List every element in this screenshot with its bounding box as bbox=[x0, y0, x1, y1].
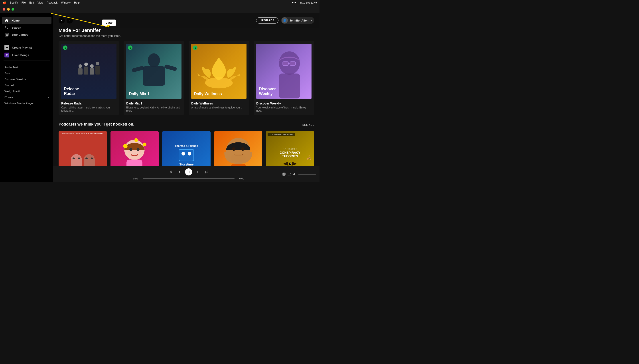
no-holes-artwork: KNEE DEEP IN LIFE & VICTORIA EMES PRESEN… bbox=[58, 131, 107, 166]
close-button[interactable] bbox=[3, 8, 5, 11]
svg-point-18 bbox=[134, 138, 138, 142]
sidebar-item-library[interactable]: Your Library bbox=[2, 31, 52, 38]
playlist-item-itunes[interactable]: iTunes › bbox=[0, 94, 53, 100]
top-bar: ‹ › UPGRADE 👤 Jennifer Allen ▼ bbox=[53, 13, 320, 28]
see-all-podcasts-button[interactable]: SEE ALL bbox=[302, 124, 314, 126]
svg-rect-7 bbox=[283, 62, 288, 66]
svg-point-21 bbox=[241, 147, 244, 151]
podcast-card-no-holes[interactable]: KNEE DEEP IN LIFE & VICTORIA EMES PRESEN… bbox=[58, 131, 107, 166]
svg-point-20 bbox=[232, 147, 236, 151]
svg-point-14 bbox=[139, 150, 141, 153]
menu-item-playback[interactable]: Playback bbox=[47, 1, 58, 4]
daily-mix-figure-svg bbox=[126, 44, 182, 99]
podcast-card-conspiracy[interactable]: ♫ A Spotify Original PARCAST CONSPIRACYT… bbox=[266, 131, 314, 166]
maximize-button[interactable] bbox=[12, 8, 14, 11]
menu-item-window[interactable]: Window bbox=[61, 1, 70, 4]
sidebar-item-home[interactable]: Home bbox=[2, 17, 52, 24]
card-daily-wellness[interactable]: ♫ bbox=[188, 41, 249, 115]
podcast-img-dork bbox=[110, 131, 159, 166]
lotus-icon-svg bbox=[191, 44, 246, 99]
create-playlist-action[interactable]: + Create Playlist bbox=[0, 44, 53, 51]
search-icon bbox=[4, 25, 9, 30]
podcast-card-4[interactable] bbox=[214, 131, 262, 166]
card-release-radar[interactable]: ♫ bbox=[58, 41, 119, 115]
podcast-card-dork[interactable] bbox=[110, 131, 159, 166]
next-button[interactable] bbox=[196, 170, 200, 174]
playlist-item-discover-weekly[interactable]: Discover Weekly bbox=[0, 76, 53, 82]
card-discover-weekly-title: Discover Weekly bbox=[256, 102, 312, 105]
sidebar-item-search[interactable]: Search bbox=[2, 24, 52, 31]
shuffle-button[interactable] bbox=[169, 170, 172, 174]
menu-item-spotify[interactable]: Spotify bbox=[10, 1, 18, 4]
card-release-radar-desc: Catch all the latest music from artists … bbox=[61, 106, 116, 112]
previous-button[interactable] bbox=[177, 170, 180, 174]
menu-item-view[interactable]: View bbox=[38, 1, 43, 4]
podcasts-section-header: Podcasts we think you'll get hooked on. … bbox=[58, 122, 314, 128]
svg-rect-1 bbox=[143, 66, 165, 86]
sidebar: Home Search bbox=[0, 13, 53, 182]
card-release-radar-title: Release Radar bbox=[61, 102, 116, 105]
menu-item-help[interactable]: Help bbox=[74, 1, 80, 4]
progress-bar[interactable] bbox=[143, 178, 234, 179]
current-time: 0:00 bbox=[133, 177, 141, 180]
daily-wellness-text-overlay: Daily Wellness bbox=[194, 92, 222, 96]
svg-point-17 bbox=[143, 143, 146, 146]
queue-button[interactable] bbox=[282, 172, 286, 176]
volume-button[interactable] bbox=[293, 172, 296, 176]
no-holes-header-text: KNEE DEEP IN LIFE & VICTORIA EMES PRESEN… bbox=[60, 132, 106, 134]
menu-item-edit[interactable]: Edit bbox=[29, 1, 34, 4]
card-daily-mix-1[interactable]: ♫ Daily Mix 1 bbox=[124, 41, 184, 115]
liked-songs-icon: ♥ bbox=[4, 52, 9, 58]
back-button[interactable]: ‹ bbox=[58, 17, 65, 24]
card-daily-mix-title: Daily Mix 1 bbox=[126, 102, 182, 105]
repeat-button[interactable] bbox=[204, 170, 208, 174]
minimize-button[interactable] bbox=[7, 8, 10, 11]
conspiracy-title-text: CONSPIRACYTHEORIES bbox=[280, 151, 300, 158]
card-daily-mix-image: ♫ Daily Mix 1 bbox=[126, 44, 182, 99]
svg-rect-2 bbox=[132, 66, 145, 72]
card-discover-weekly[interactable]: DiscoverWeekly Discover Weekly Your week… bbox=[254, 41, 314, 115]
podcast-img-conspiracy: ♫ A Spotify Original PARCAST CONSPIRACYT… bbox=[266, 131, 314, 166]
player-center: 0:00 0:00 bbox=[110, 168, 267, 180]
playlist-item-eno[interactable]: Eno bbox=[0, 70, 53, 76]
card-daily-wellness-image: ♫ bbox=[191, 44, 246, 99]
user-avatar: 👤 bbox=[282, 17, 288, 24]
podcast-card-storytime[interactable]: Thomas & Friends Storytime bbox=[162, 131, 210, 166]
volume-bar[interactable] bbox=[298, 174, 316, 174]
svg-point-16 bbox=[123, 144, 128, 148]
release-radar-artwork: ♫ bbox=[61, 44, 116, 99]
forward-button[interactable]: › bbox=[66, 17, 73, 24]
app-body: Home Search bbox=[0, 13, 320, 182]
dork-figure-svg bbox=[113, 134, 156, 166]
player-controls bbox=[169, 168, 208, 176]
playlist-item-starred[interactable]: Starred bbox=[0, 82, 53, 88]
made-for-title: Made For Jennifer bbox=[58, 28, 314, 33]
menu-item-file[interactable]: File bbox=[22, 1, 26, 4]
playlist-item-audio-test[interactable]: Audio Test bbox=[0, 64, 53, 70]
person-4 bbox=[96, 62, 100, 74]
sidebar-divider-2 bbox=[4, 60, 50, 61]
apple-logo-icon[interactable]: 🍎 bbox=[3, 1, 6, 4]
liked-songs-action[interactable]: ♥ Liked Songs bbox=[0, 51, 53, 59]
svg-point-25 bbox=[289, 162, 291, 165]
podcast-4-artwork bbox=[214, 131, 262, 166]
daily-mix-text-overlay: Daily Mix 1 bbox=[129, 92, 150, 96]
playlist-item-well-i-like-it[interactable]: Well, I like it. bbox=[0, 88, 53, 94]
user-name: Jennifer Allen bbox=[290, 19, 308, 22]
total-time: 0:00 bbox=[236, 177, 244, 180]
playlist-item-wmp[interactable]: Windows Media Player bbox=[0, 100, 53, 106]
spotify-original-text: A Spotify Original bbox=[272, 134, 294, 136]
upgrade-button[interactable]: UPGRADE bbox=[256, 17, 278, 24]
play-pause-button[interactable] bbox=[185, 168, 192, 176]
spotify-badge-release: ♫ bbox=[63, 46, 68, 50]
user-menu-chevron-icon: ▼ bbox=[310, 19, 312, 22]
podcasts-title: Podcasts we think you'll get hooked on. bbox=[58, 122, 134, 127]
card-release-radar-image: ♫ bbox=[61, 44, 116, 99]
podcast-4-figure bbox=[214, 131, 262, 166]
title-bar bbox=[0, 5, 320, 13]
devices-button[interactable] bbox=[288, 172, 291, 176]
svg-point-22 bbox=[230, 154, 246, 162]
person-3 bbox=[90, 64, 94, 74]
content-area: Made For Jennifer Get better recommendat… bbox=[53, 28, 320, 166]
user-menu[interactable]: 👤 Jennifer Allen ▼ bbox=[281, 17, 314, 24]
